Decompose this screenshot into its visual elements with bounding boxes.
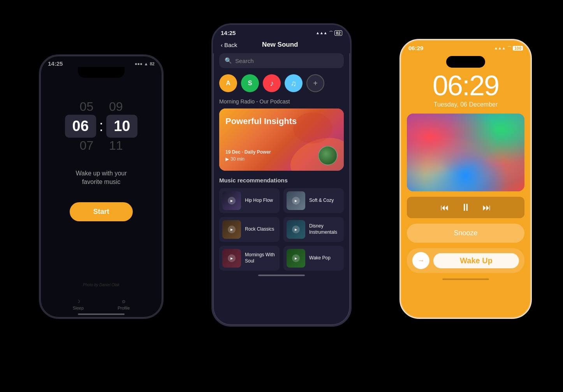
music-name-2: Rock Classics — [245, 226, 274, 233]
hour-below: 07 — [79, 138, 93, 153]
music-thumb-3: ▶ — [287, 220, 305, 239]
source-label-0: A — [226, 80, 230, 87]
play-overlay-2: ▶ — [228, 226, 236, 233]
hour-box[interactable]: 06 — [65, 115, 96, 138]
podcast-title: Powerful Insights — [225, 116, 338, 126]
podcast-thumbnail — [318, 146, 338, 165]
bottom-nav-left: ☽ Sleep ⊙ Profile — [40, 299, 162, 310]
pause-button[interactable]: ⏸ — [461, 201, 471, 214]
hour-above: 05 — [79, 100, 93, 114]
status-icons-right: ▲▲▲ ⌒ 100 — [494, 46, 523, 51]
search-bar[interactable]: 🔍 Search — [219, 53, 344, 68]
back-label: Back — [224, 42, 237, 48]
dynamic-island — [446, 56, 485, 68]
home-indicator-left — [78, 313, 125, 315]
play-overlay-0: ▶ — [228, 197, 236, 205]
wake-text: Wake up with your favorite music — [76, 169, 127, 187]
podcast-content: Powerful Insights 19 Dec · Daily Power ▶… — [219, 108, 344, 171]
music-item-4[interactable]: ▶ Mornings With Soul — [219, 246, 280, 271]
music-item-1[interactable]: ▶ Soft & Cozy — [283, 188, 344, 213]
play-overlay-5: ▶ — [292, 254, 300, 262]
time-row-below: 07 11 — [79, 138, 123, 153]
snooze-button[interactable]: Snooze — [407, 224, 524, 243]
music-thumb-5: ▶ — [287, 249, 305, 268]
time-main-row: 06 : 10 — [65, 115, 138, 138]
play-icon-podcast: ▶ — [225, 156, 229, 162]
music-name-3: Disney Instrumentals — [309, 223, 341, 235]
source-label-1: S — [248, 80, 252, 87]
wake-up-row[interactable]: → Wake Up — [407, 248, 524, 273]
music-grid: ▶ Hip Hop Flow ▶ Soft & Cozy ▶ Rock Clas… — [213, 188, 350, 271]
podcast-info: 19 Dec · Daily Power ▶ 30 min — [225, 149, 271, 162]
phone-center: 14:25 ▲▲▲ ⌒ 82 ‹ Back New Sound 🔍 Search… — [211, 23, 352, 327]
play-overlay-4: ▶ — [228, 254, 236, 262]
podcast-date: 19 Dec · Daily Power — [225, 149, 271, 155]
player-controls: ⏮ ⏸ ⏭ — [407, 197, 524, 218]
center-header: ‹ Back New Sound — [213, 38, 350, 53]
source-label-3: ♫ — [291, 79, 297, 88]
status-time-center: 14:25 — [221, 30, 236, 36]
rewind-button[interactable]: ⏮ — [440, 203, 449, 213]
right-time-display: 06:29 Tuesday, 06 December — [401, 68, 531, 108]
music-item-0[interactable]: ▶ Hip Hop Flow — [219, 188, 280, 213]
music-name-1: Soft & Cozy — [309, 198, 334, 204]
source-icon-3[interactable]: ♫ — [285, 74, 303, 92]
nav-sleep[interactable]: ☽ Sleep — [73, 299, 84, 310]
nav-sleep-label: Sleep — [73, 306, 84, 310]
time-picker[interactable]: 05 09 06 : 10 07 11 — [52, 99, 151, 154]
album-art — [407, 114, 524, 191]
podcast-section-title: Morning Radio - Our Podcast — [213, 98, 350, 108]
start-button[interactable]: Start — [70, 202, 132, 221]
wifi-icon-left: ▲ — [144, 61, 148, 66]
music-name-5: Wake Pop — [309, 255, 331, 261]
album-art-image — [407, 114, 524, 191]
status-time-right: 06:29 — [408, 45, 423, 51]
moon-icon: ☽ — [76, 299, 80, 304]
source-icon-4[interactable]: + — [306, 74, 324, 92]
profile-icon: ⊙ — [122, 299, 125, 304]
alarm-date-right: Tuesday, 06 December — [408, 101, 523, 108]
source-icon-1[interactable]: S — [241, 74, 259, 92]
status-icons-center: ▲▲▲ ⌒ 82 — [316, 30, 342, 36]
podcast-thumb-image — [319, 147, 337, 164]
status-bar-right: 06:29 ▲▲▲ ⌒ 100 — [401, 40, 531, 53]
source-label-4: + — [313, 79, 318, 88]
battery-right: 100 — [513, 46, 523, 51]
alarm-time-right: 06:29 — [408, 72, 523, 100]
minute-box[interactable]: 10 — [106, 115, 137, 138]
signal-icon-center: ▲▲▲ — [316, 31, 327, 35]
phone-right: 06:29 ▲▲▲ ⌒ 100 06:29 Tuesday, 06 Decemb… — [399, 39, 532, 319]
music-item-2[interactable]: ▶ Rock Classics — [219, 217, 280, 242]
back-button[interactable]: ‹ Back — [221, 42, 237, 48]
podcast-card[interactable]: Powerful Insights 19 Dec · Daily Power ▶… — [219, 108, 344, 171]
music-item-5[interactable]: ▶ Wake Pop — [283, 246, 344, 271]
music-item-3[interactable]: ▶ Disney Instrumentals — [283, 217, 344, 242]
status-time-left: 14:25 — [48, 60, 63, 67]
music-name-4: Mornings With Soul — [245, 252, 276, 264]
podcast-duration: ▶ 30 min — [225, 156, 271, 162]
battery-center: 82 — [334, 30, 342, 36]
play-overlay-3: ▶ — [292, 226, 300, 233]
status-bar-center: 14:25 ▲▲▲ ⌒ 82 — [213, 25, 350, 38]
minute-above: 09 — [109, 100, 123, 114]
source-icon-0[interactable]: A — [219, 74, 237, 92]
music-name-0: Hip Hop Flow — [245, 198, 273, 204]
source-icon-2[interactable]: ♪ — [263, 74, 281, 92]
music-thumb-0: ▶ — [222, 191, 241, 210]
signal-icon-right: ▲▲▲ — [494, 46, 506, 50]
wake-up-arrow-circle: → — [412, 252, 429, 269]
nav-profile[interactable]: ⊙ Profile — [118, 299, 130, 310]
chevron-left-icon: ‹ — [221, 42, 223, 48]
battery-left: 82 — [150, 61, 155, 66]
status-icons-left: ●●● ▲ 82 — [135, 61, 155, 66]
arrow-icon: → — [417, 257, 424, 265]
home-indicator-center — [258, 275, 305, 276]
music-thumb-2: ▶ — [222, 220, 241, 239]
nav-profile-label: Profile — [118, 306, 130, 310]
minute-below: 11 — [109, 138, 123, 153]
forward-button[interactable]: ⏭ — [482, 203, 491, 213]
phone-left: 14:25 ●●● ▲ 82 05 09 06 : 10 07 11 Wake … — [39, 54, 164, 319]
music-section-title: Music recommendations — [213, 177, 350, 188]
wake-up-label: Wake Up — [433, 253, 519, 268]
left-content: 05 09 06 : 10 07 11 Wake up with your fa… — [40, 79, 162, 318]
